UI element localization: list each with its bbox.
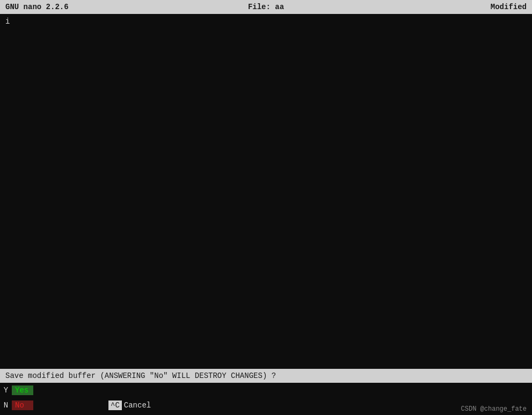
no-option-row[interactable]: N No ^C Cancel bbox=[0, 398, 532, 413]
yes-label[interactable]: Yes bbox=[12, 385, 33, 395]
no-key: N bbox=[0, 401, 12, 410]
editor-area[interactable]: i bbox=[0, 14, 532, 369]
prompt-text: Save modified buffer (ANSWERING "No" WIL… bbox=[5, 372, 276, 380]
watermark: CSDN @change_fate bbox=[461, 405, 527, 413]
cancel-label: Cancel bbox=[124, 401, 151, 410]
app-name: GNU nano 2.2.6 bbox=[5, 3, 179, 11]
cancel-group[interactable]: ^C Cancel bbox=[108, 401, 151, 410]
prompt-bar: Save modified buffer (ANSWERING "No" WIL… bbox=[0, 369, 532, 383]
options-bar: Y Yes N No ^C Cancel CSDN @change_fate bbox=[0, 383, 532, 415]
yes-key: Y bbox=[0, 386, 12, 395]
cancel-key: ^C bbox=[108, 401, 122, 410]
file-name: File: aa bbox=[179, 3, 353, 11]
modified-status: Modified bbox=[353, 3, 527, 11]
editor-content: i bbox=[5, 17, 527, 26]
yes-option-row[interactable]: Y Yes bbox=[0, 383, 532, 398]
title-bar: GNU nano 2.2.6 File: aa Modified bbox=[0, 0, 532, 14]
no-label[interactable]: No bbox=[12, 401, 33, 410]
